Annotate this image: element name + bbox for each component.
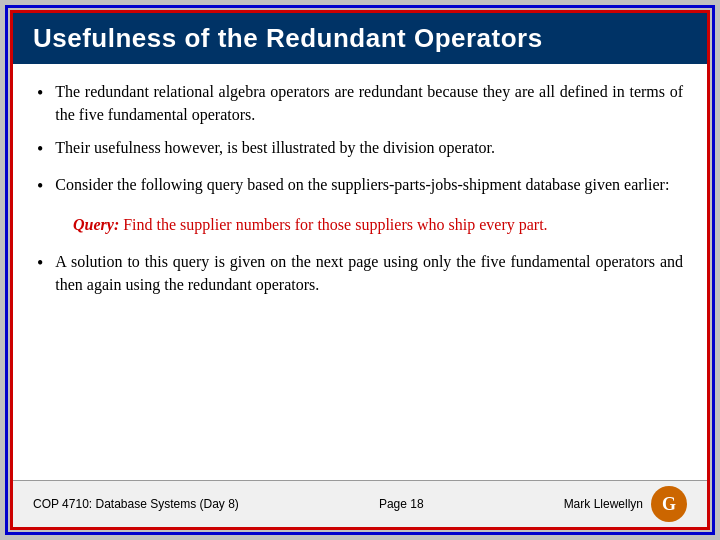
- slide-footer: COP 4710: Database Systems (Day 8) Page …: [13, 480, 707, 527]
- bullet-item-3: • Consider the following query based on …: [37, 173, 683, 199]
- footer-right-group: Mark Llewellyn G: [564, 486, 687, 522]
- query-text: Query: Find the supplier numbers for tho…: [73, 216, 548, 233]
- bullet-item-4: • A solution to this query is given on t…: [37, 250, 683, 296]
- bullet-dot-2: •: [37, 137, 43, 162]
- bullet-text-1: The redundant relational algebra operato…: [55, 80, 683, 126]
- slide-header: Usefulness of the Redundant Operators: [13, 13, 707, 64]
- bullet-item-2: • Their usefulness however, is best illu…: [37, 136, 683, 162]
- bullet-text-4: A solution to this query is given on the…: [55, 250, 683, 296]
- query-body: Find the supplier numbers for those supp…: [119, 216, 547, 233]
- footer-logo-icon: G: [651, 486, 687, 522]
- bullet-text-2: Their usefulness however, is best illust…: [55, 136, 495, 159]
- footer-page: Page 18: [379, 497, 424, 511]
- slide: Usefulness of the Redundant Operators • …: [10, 10, 710, 530]
- bullet-dot-4: •: [37, 251, 43, 276]
- bullet-dot-3: •: [37, 174, 43, 199]
- bullet-text-3: Consider the following query based on th…: [55, 173, 669, 196]
- footer-course: COP 4710: Database Systems (Day 8): [33, 497, 239, 511]
- slide-content: • The redundant relational algebra opera…: [13, 64, 707, 480]
- footer-author: Mark Llewellyn: [564, 497, 643, 511]
- slide-title: Usefulness of the Redundant Operators: [33, 23, 543, 53]
- query-label: Query:: [73, 216, 119, 233]
- bullet-dot-1: •: [37, 81, 43, 106]
- bullet-item-1: • The redundant relational algebra opera…: [37, 80, 683, 126]
- query-block: Query: Find the supplier numbers for tho…: [37, 209, 683, 240]
